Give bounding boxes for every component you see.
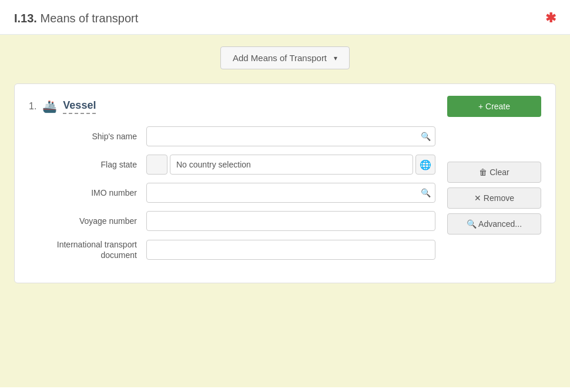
ships-name-input[interactable] bbox=[146, 126, 435, 146]
advanced-button[interactable]: 🔍 Advanced... bbox=[447, 213, 541, 234]
transport-doc-input[interactable] bbox=[146, 240, 435, 260]
flag-box bbox=[146, 155, 167, 175]
card-number: 1. bbox=[29, 101, 36, 112]
ships-name-row: Ship's name 🔍 bbox=[29, 126, 435, 146]
form-fields: Ship's name 🔍 Flag state No country sele… bbox=[29, 126, 435, 269]
imo-number-input[interactable] bbox=[146, 183, 435, 203]
imo-search-icon[interactable]: 🔍 bbox=[421, 188, 431, 197]
ships-name-label: Ship's name bbox=[29, 131, 146, 142]
advanced-label: 🔍 Advanced... bbox=[467, 219, 522, 229]
ships-name-input-wrapper: 🔍 bbox=[146, 126, 435, 146]
clear-label: 🗑 Clear bbox=[479, 167, 509, 177]
add-transport-label: Add Means of Transport bbox=[233, 53, 327, 63]
country-select-wrapper: No country selection 🌐 bbox=[146, 155, 435, 175]
vessel-label: Vessel bbox=[63, 99, 96, 114]
vessel-icon: 🚢 bbox=[42, 99, 57, 113]
page-header: I.13. Means of transport ✱ bbox=[0, 0, 570, 35]
card-header: 1. 🚢 Vessel + Create bbox=[29, 96, 541, 117]
imo-number-input-wrapper: 🔍 bbox=[146, 183, 435, 203]
ships-name-search-icon[interactable]: 🔍 bbox=[421, 132, 431, 141]
add-transport-button[interactable]: Add Means of Transport ▾ bbox=[220, 46, 350, 69]
transport-doc-row: International transport document bbox=[29, 239, 435, 260]
create-label: + Create bbox=[478, 102, 510, 111]
globe-button[interactable]: 🌐 bbox=[415, 155, 435, 175]
transport-doc-label: International transport document bbox=[29, 239, 146, 260]
clear-button[interactable]: 🗑 Clear bbox=[447, 162, 541, 183]
chevron-down-icon: ▾ bbox=[334, 54, 337, 62]
create-button[interactable]: + Create bbox=[447, 96, 541, 117]
action-buttons: + Create bbox=[447, 96, 541, 117]
flag-state-row: Flag state No country selection 🌐 bbox=[29, 155, 435, 175]
page-title: I.13. Means of transport bbox=[14, 12, 138, 25]
country-select[interactable]: No country selection bbox=[170, 155, 413, 175]
form-area: Ship's name 🔍 Flag state No country sele… bbox=[29, 126, 541, 269]
voyage-number-input[interactable] bbox=[146, 211, 435, 231]
transport-card: 1. 🚢 Vessel + Create Ship's name 🔍 bbox=[14, 83, 556, 283]
imo-number-label: IMO number bbox=[29, 187, 146, 198]
voyage-number-input-wrapper bbox=[146, 211, 435, 231]
card-title-area: 1. 🚢 Vessel bbox=[29, 99, 96, 114]
remove-label: ✕ Remove bbox=[474, 193, 514, 203]
main-content: Add Means of Transport ▾ 1. 🚢 Vessel + C… bbox=[0, 35, 570, 387]
flag-state-label: Flag state bbox=[29, 159, 146, 170]
voyage-number-row: Voyage number bbox=[29, 211, 435, 231]
transport-doc-input-wrapper bbox=[146, 240, 435, 260]
imo-number-row: IMO number 🔍 bbox=[29, 183, 435, 203]
remove-button[interactable]: ✕ Remove bbox=[447, 187, 541, 209]
side-action-buttons: 🗑 Clear ✕ Remove 🔍 Advanced... bbox=[447, 126, 541, 269]
required-icon: ✱ bbox=[545, 11, 556, 26]
voyage-number-label: Voyage number bbox=[29, 216, 146, 226]
